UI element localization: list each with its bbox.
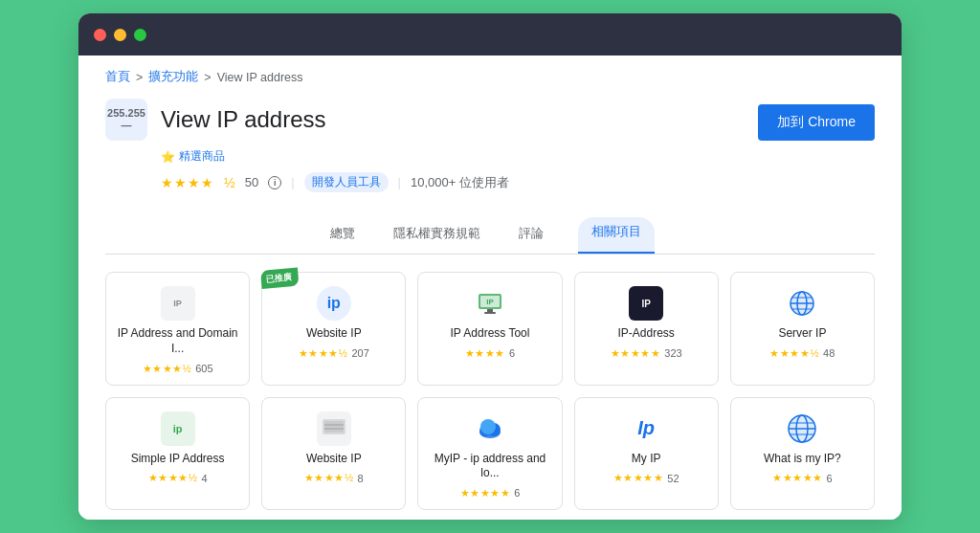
tab-overview[interactable]: 總覽: [326, 217, 359, 254]
related-card-8[interactable]: MyIP - ip address and lo... ★★★★★ 6: [417, 397, 562, 510]
related-card-2[interactable]: 已推廣 ip Website IP ★★★★½ 207: [261, 272, 406, 385]
card-stars-row-2: ★★★★½ 207: [299, 347, 369, 360]
minimize-button[interactable]: [114, 29, 126, 41]
meta-divider: |: [291, 175, 294, 189]
card-stars-7: ★★★★½: [304, 472, 354, 484]
card-stars-3: ★★★★: [465, 347, 505, 360]
card-icon-8: [473, 411, 507, 446]
card-count-1: 605: [195, 363, 212, 374]
card-stars-2: ★★★★½: [299, 347, 348, 360]
card-stars-6: ★★★★½: [148, 472, 198, 484]
related-card-10[interactable]: What is my IP? ★★★★★ 6: [730, 397, 875, 510]
extension-featured: ⭐ 精選商品: [161, 148, 509, 165]
browser-window: 首頁 > 擴充功能 > View IP address 255.255— Vie…: [78, 13, 902, 519]
related-card-6[interactable]: ip Simple IP Address ★★★★½ 4: [105, 397, 250, 510]
card-icon-7: [317, 411, 351, 446]
card-count-3: 6: [509, 347, 515, 359]
card-name-3: IP Address Tool: [451, 326, 530, 342]
titlebar: [78, 13, 902, 56]
related-card-4[interactable]: IP IP-Address ★★★★★ 323: [574, 272, 719, 385]
info-icon[interactable]: i: [268, 176, 281, 189]
breadcrumb-sep2: >: [204, 71, 211, 84]
featured-star-icon: ⭐: [161, 150, 175, 164]
related-grid: IP IP Address and Domain I... ★★★★½ 605 …: [78, 255, 902, 519]
card-name-4: IP-Address: [618, 326, 675, 342]
svg-rect-2: [484, 312, 496, 314]
svg-rect-1: [487, 309, 493, 312]
card-icon-9: Ip: [629, 411, 663, 446]
card-stars-9: ★★★★★: [613, 472, 664, 484]
promoted-badge: 已推廣: [260, 268, 300, 289]
card-icon-6: ip: [161, 411, 195, 446]
extension-header: 255.255— View IP address ⭐ 精選商品 ★★★★½ 50…: [78, 93, 902, 208]
card-stars-row-7: ★★★★½ 8: [304, 472, 364, 484]
rating-count: 50: [245, 175, 258, 189]
card-name-2: Website IP: [306, 326, 362, 342]
rating-stars: ★★★★: [161, 175, 214, 190]
card-stars-row-1: ★★★★½ 605: [143, 363, 213, 375]
breadcrumb-current: View IP address: [217, 71, 303, 84]
card-stars-10: ★★★★★: [772, 472, 823, 484]
card-icon-1: IP: [161, 286, 195, 321]
card-stars-row-6: ★★★★½ 4: [148, 472, 208, 484]
meta-divider2: |: [398, 175, 401, 189]
card-count-4: 323: [664, 347, 681, 359]
close-button[interactable]: [94, 29, 106, 41]
card-stars-row-4: ★★★★★ 323: [611, 347, 682, 360]
related-card-5[interactable]: Server IP ★★★★½ 48: [730, 272, 875, 385]
extension-title-row: 255.255— View IP address: [105, 99, 509, 141]
extension-info: 255.255— View IP address ⭐ 精選商品 ★★★★½ 50…: [105, 99, 509, 192]
svg-text:IP: IP: [486, 298, 494, 306]
related-card-1[interactable]: IP IP Address and Domain I... ★★★★½ 605: [105, 272, 250, 385]
tab-privacy[interactable]: 隱私權實務規範: [390, 217, 484, 254]
card-name-7: Website IP: [306, 452, 362, 467]
card-stars-8: ★★★★★: [460, 487, 511, 500]
card-stars-4: ★★★★★: [611, 347, 661, 360]
card-count-2: 207: [351, 347, 368, 359]
card-icon-4: IP: [629, 286, 663, 321]
card-name-9: My IP: [632, 452, 661, 467]
svg-rect-12: [324, 421, 344, 433]
card-count-9: 52: [667, 473, 679, 484]
card-stars-row-5: ★★★★½ 48: [769, 347, 835, 360]
user-count: 10,000+ 位使用者: [411, 174, 509, 191]
card-name-8: MyIP - ip address and lo...: [428, 452, 551, 481]
card-count-10: 6: [827, 473, 833, 484]
related-card-9[interactable]: Ip My IP ★★★★★ 52: [574, 397, 719, 510]
extension-icon-inner: 255.255—: [107, 107, 145, 132]
card-icon-10: [785, 411, 819, 446]
related-card-7[interactable]: Website IP ★★★★½ 8: [261, 397, 406, 510]
breadcrumb-extensions[interactable]: 擴充功能: [148, 69, 198, 85]
tabs-bar: 總覽 隱私權實務規範 評論 相關項目: [105, 208, 875, 255]
card-count-5: 48: [823, 347, 835, 359]
breadcrumb-home[interactable]: 首頁: [105, 69, 130, 85]
card-stars-5: ★★★★½: [769, 347, 819, 360]
card-name-5: Server IP: [778, 326, 826, 342]
card-icon-3: IP: [473, 286, 507, 321]
card-stars-row-8: ★★★★★ 6: [460, 487, 521, 500]
breadcrumb: 首頁 > 擴充功能 > View IP address: [78, 56, 902, 93]
card-icon-2: ip: [317, 286, 351, 321]
add-to-chrome-button[interactable]: 加到 Chrome: [758, 104, 875, 141]
card-icon-5: [785, 286, 819, 321]
tab-related[interactable]: 相關項目: [578, 217, 655, 254]
card-stars-1: ★★★★½: [143, 363, 192, 375]
card-count-7: 8: [358, 473, 364, 484]
developer-tag[interactable]: 開發人員工具: [304, 172, 389, 192]
featured-label: 精選商品: [179, 148, 225, 165]
breadcrumb-sep1: >: [136, 71, 143, 84]
card-stars-row-10: ★★★★★ 6: [772, 472, 833, 484]
extension-icon: 255.255—: [105, 99, 147, 141]
card-name-1: IP Address and Domain I...: [116, 326, 239, 356]
card-name-6: Simple IP Address: [131, 452, 225, 467]
tab-reviews[interactable]: 評論: [515, 217, 547, 254]
browser-content: 首頁 > 擴充功能 > View IP address 255.255— Vie…: [78, 56, 902, 519]
related-card-3[interactable]: IP IP Address Tool ★★★★ 6: [417, 272, 562, 385]
card-count-8: 6: [514, 487, 520, 499]
card-count-6: 4: [201, 473, 207, 484]
maximize-button[interactable]: [134, 29, 146, 41]
extension-meta: ★★★★½ 50 i | 開發人員工具 | 10,000+ 位使用者: [161, 172, 509, 192]
svg-point-18: [480, 419, 496, 434]
card-stars-row-3: ★★★★ 6: [465, 347, 515, 360]
card-stars-row-9: ★★★★★ 52: [613, 472, 679, 484]
